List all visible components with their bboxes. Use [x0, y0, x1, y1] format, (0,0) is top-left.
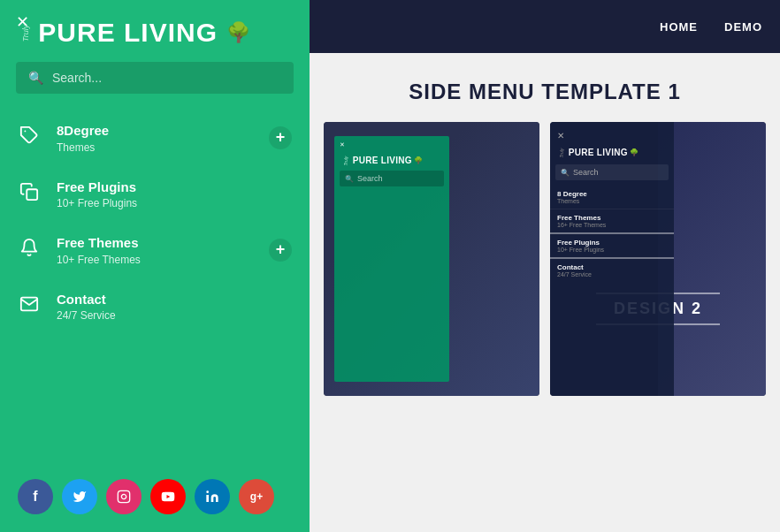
instagram-button[interactable]: [106, 479, 141, 514]
contact-icon: [18, 294, 41, 318]
menu-item-8degree[interactable]: 8Degree Themes +: [0, 110, 310, 166]
menu-8degree-subtitle: Themes: [57, 141, 253, 154]
menu-plugins-subtitle: 10+ Free Plugins: [57, 197, 292, 209]
linkedin-button[interactable]: [195, 479, 230, 514]
menu-themes-text: Free Themes 10+ Free Themes: [57, 234, 253, 266]
top-navigation: HOME DEMO: [310, 0, 780, 53]
mini-right-sidebar: ✕ Truly PURE LIVING 🌳 🔍 Search 8 Degree …: [550, 122, 674, 396]
preview-card-right: ✕ Truly PURE LIVING 🌳 🔍 Search 8 Degree …: [550, 122, 766, 396]
social-links: f g+: [0, 465, 310, 532]
mini-right-search[interactable]: 🔍 Search: [555, 164, 669, 180]
twitter-button[interactable]: [62, 479, 97, 514]
main-content: HOME DEMO SIDE MENU TEMPLATE 1 ✕ Truly P…: [310, 0, 780, 532]
menu-contact-text: Contact 24/7 Service: [57, 291, 292, 323]
preview-cards-row: ✕ Truly PURE LIVING 🌳 🔍 Search: [310, 122, 780, 396]
google-plus-button[interactable]: g+: [239, 479, 274, 514]
plugins-icon: [18, 182, 41, 206]
svg-rect-1: [27, 189, 37, 200]
search-icon: 🔍: [28, 71, 43, 85]
page-title: SIDE MENU TEMPLATE 1: [327, 80, 762, 104]
mini-left-search-icon: 🔍: [345, 175, 354, 183]
menu-themes-title: Free Themes: [57, 234, 253, 252]
menu-themes-subtitle: 10+ Free Themes: [57, 254, 253, 266]
menu-item-free-plugins[interactable]: Free Plugins 10+ Free Plugins: [0, 166, 310, 223]
mini-left-search[interactable]: 🔍 Search: [340, 171, 444, 186]
sidebar-menu: 8Degree Themes + Free Plugins 10+ Free P…: [0, 110, 310, 465]
preview-card-left: ✕ Truly PURE LIVING 🌳 🔍 Search: [324, 122, 539, 396]
mini-left-logo: Truly PURE LIVING 🌳: [334, 143, 449, 171]
page-title-section: SIDE MENU TEMPLATE 1: [310, 53, 780, 122]
menu-contact-subtitle: 24/7 Service: [57, 309, 292, 322]
mini-right-item-0[interactable]: 8 Degree Themes: [550, 186, 674, 209]
main-body: SIDE MENU TEMPLATE 1 ✕ Truly PURE LIVING…: [310, 53, 780, 532]
youtube-button[interactable]: [150, 479, 186, 514]
right-card-bg: [658, 122, 766, 396]
menu-8degree-text: 8Degree Themes: [57, 122, 253, 154]
logo-main-text: PURE LIVING: [38, 18, 218, 48]
menu-item-contact[interactable]: Contact 24/7 Service: [0, 278, 310, 335]
svg-rect-5: [206, 495, 209, 502]
menu-plugins-title: Free Plugins: [57, 179, 292, 196]
mini-right-item-3[interactable]: Contact 24/7 Service: [550, 259, 674, 282]
tag-icon: [18, 125, 41, 149]
sidebar: ✕ Truly PURE LIVING 🌳 🔍 8Degree Themes +: [0, 0, 310, 532]
menu-item-free-themes[interactable]: Free Themes 10+ Free Themes +: [0, 222, 310, 278]
mini-right-close[interactable]: ✕: [550, 127, 674, 144]
themes-icon: [18, 238, 41, 262]
facebook-button[interactable]: f: [18, 479, 53, 514]
logo-tree-icon: 🌳: [226, 21, 250, 44]
mini-right-search-text: Search: [573, 168, 599, 177]
menu-themes-plus[interactable]: +: [269, 239, 292, 262]
sidebar-logo: Truly PURE LIVING 🌳: [0, 9, 310, 62]
sidebar-search-box[interactable]: 🔍: [16, 62, 294, 94]
menu-contact-title: Contact: [57, 291, 292, 308]
nav-demo[interactable]: DEMO: [724, 20, 762, 34]
mini-right-item-1[interactable]: Free Themes 16+ Free Themes: [550, 209, 674, 234]
menu-8degree-title: 8Degree: [57, 122, 253, 140]
mini-left-close[interactable]: ✕: [340, 141, 345, 148]
menu-8degree-plus[interactable]: +: [269, 126, 292, 149]
menu-plugins-text: Free Plugins 10+ Free Plugins: [57, 179, 292, 210]
nav-home[interactable]: HOME: [660, 20, 698, 34]
svg-point-6: [206, 490, 209, 493]
search-input[interactable]: [52, 71, 281, 85]
logo-truly-text: Truly: [22, 24, 30, 41]
mini-right-search-icon: 🔍: [561, 169, 570, 177]
svg-rect-2: [118, 490, 129, 502]
mini-right-logo: Truly PURE LIVING 🌳: [550, 144, 674, 161]
mini-left-search-text: Search: [357, 174, 383, 183]
mini-right-item-2[interactable]: Free Plugins 10+ Free Plugins: [550, 234, 674, 259]
